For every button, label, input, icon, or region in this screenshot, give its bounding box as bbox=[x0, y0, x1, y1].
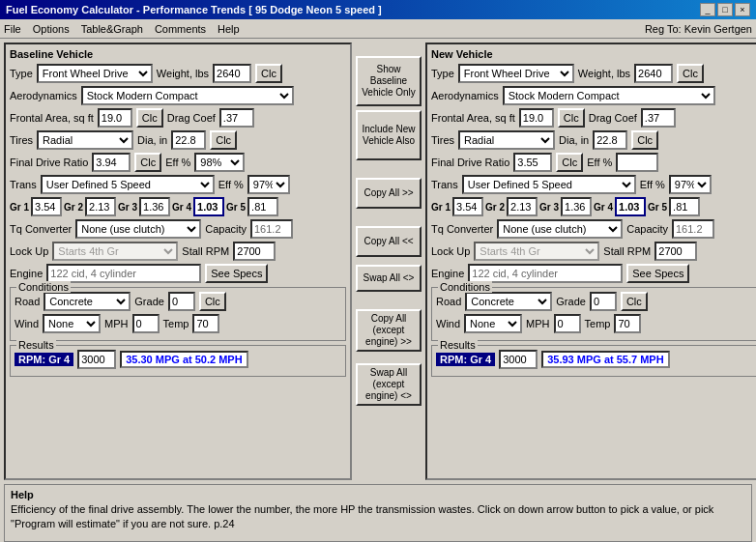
baseline-tq-select[interactable]: None (use clutch) bbox=[75, 219, 201, 239]
baseline-road-label: Road bbox=[15, 296, 40, 307]
new-tires-select[interactable]: Radial bbox=[458, 130, 555, 150]
baseline-aero-select[interactable]: Stock Modern Compact bbox=[81, 86, 294, 105]
swap-all-button[interactable]: Swap All <> bbox=[356, 265, 422, 292]
baseline-stall-input[interactable] bbox=[233, 242, 276, 261]
new-gr5-input[interactable] bbox=[669, 197, 700, 216]
new-drag-input[interactable] bbox=[641, 108, 676, 128]
baseline-temp-input[interactable] bbox=[192, 314, 219, 333]
new-wind-row: Wind None MPH Temp bbox=[436, 314, 756, 333]
baseline-grade-input[interactable] bbox=[168, 292, 195, 311]
baseline-results-rpm-input[interactable] bbox=[77, 350, 116, 369]
menu-tablegraph[interactable]: Table&Graph bbox=[81, 23, 143, 35]
close-button[interactable]: × bbox=[735, 3, 750, 16]
baseline-mph-input[interactable] bbox=[132, 314, 160, 333]
baseline-gr3-input[interactable] bbox=[139, 197, 170, 216]
include-new-button[interactable]: Include New Vehicle Also bbox=[356, 110, 422, 160]
baseline-see-specs-button[interactable]: See Specs bbox=[205, 264, 268, 283]
baseline-gears-row: Gr 1 Gr 2 Gr 3 Gr 4 Gr 5 bbox=[10, 197, 346, 216]
menu-comments[interactable]: Comments bbox=[155, 23, 206, 35]
new-aero-select[interactable]: Stock Modern Compact bbox=[503, 86, 715, 105]
baseline-road-select[interactable]: Concrete bbox=[44, 292, 131, 311]
baseline-results-row: RPM: Gr 4 35.30 MPG at 50.2 MPH bbox=[15, 350, 341, 369]
baseline-engine-row: Engine See Specs bbox=[10, 264, 346, 283]
new-weight-input[interactable] bbox=[634, 64, 673, 83]
baseline-trans-eff-select[interactable]: 97% bbox=[247, 175, 290, 194]
new-trans-select[interactable]: User Defined 5 Speed bbox=[462, 175, 636, 194]
new-wind-label: Wind bbox=[436, 318, 460, 329]
baseline-results-mpg: 35.30 MPG at 50.2 MPH bbox=[120, 351, 247, 368]
menu-file[interactable]: File bbox=[4, 23, 21, 35]
new-stall-input[interactable] bbox=[654, 242, 697, 261]
new-results-mpg: 35.93 MPG at 55.7 MPH bbox=[541, 351, 669, 368]
baseline-gr5-input[interactable] bbox=[247, 197, 278, 216]
new-conditions-label: Conditions bbox=[438, 281, 492, 293]
new-dia-input[interactable] bbox=[593, 130, 627, 150]
baseline-lockup-select[interactable]: Starts 4th Gr bbox=[52, 242, 178, 261]
new-dia-clc[interactable]: Clc bbox=[631, 130, 658, 150]
new-final-drive-label: Final Drive Ratio bbox=[431, 157, 509, 168]
baseline-type-select[interactable]: Front Wheel Drive bbox=[37, 64, 153, 83]
baseline-dia-label: Dia, in bbox=[137, 134, 167, 146]
new-type-select[interactable]: Front Wheel Drive bbox=[458, 64, 574, 83]
baseline-dia-input[interactable] bbox=[171, 130, 206, 150]
baseline-drag-input[interactable] bbox=[219, 108, 254, 128]
new-aero-row: Aerodynamics Stock Modern Compact bbox=[431, 86, 756, 105]
main-content: Baseline Vehicle Type Front Wheel Drive … bbox=[0, 39, 756, 484]
new-lockup-select[interactable]: Starts 4th Gr bbox=[474, 242, 599, 261]
menu-options[interactable]: Options bbox=[33, 23, 70, 35]
baseline-tq-row: Tq Converter None (use clutch) Capacity bbox=[10, 219, 346, 239]
baseline-weight-input[interactable] bbox=[213, 64, 251, 83]
new-see-specs-button[interactable]: See Specs bbox=[626, 264, 689, 283]
baseline-gr2-label: Gr 2 bbox=[64, 202, 83, 213]
new-road-select[interactable]: Concrete bbox=[465, 292, 552, 311]
new-tires-label: Tires bbox=[431, 134, 454, 146]
new-road-row: Road Concrete Grade Clc bbox=[436, 292, 756, 311]
baseline-weight-clc[interactable]: Clc bbox=[255, 64, 282, 83]
show-baseline-button[interactable]: Show Baseline Vehicle Only bbox=[356, 56, 422, 106]
new-mph-input[interactable] bbox=[554, 314, 581, 333]
baseline-frontal-clc[interactable]: Clc bbox=[136, 108, 163, 128]
baseline-final-drive-input[interactable] bbox=[92, 153, 131, 172]
baseline-gr4-input[interactable] bbox=[193, 197, 224, 216]
new-grade-input[interactable] bbox=[590, 292, 617, 311]
menu-help[interactable]: Help bbox=[218, 23, 240, 35]
new-vehicle-panel: New Vehicle Type Front Wheel Drive Weigh… bbox=[425, 43, 756, 480]
baseline-eff-select[interactable]: 98% bbox=[194, 153, 245, 172]
new-grade-clc[interactable]: Clc bbox=[621, 292, 648, 311]
new-trans-eff-select[interactable]: 97% bbox=[669, 175, 712, 194]
new-results-rpm-input[interactable] bbox=[499, 350, 538, 369]
new-gr4-input[interactable] bbox=[615, 197, 646, 216]
minimize-button[interactable]: _ bbox=[700, 3, 715, 16]
new-final-drive-clc[interactable]: Clc bbox=[556, 153, 583, 172]
copy-all-left-button[interactable]: Copy All << bbox=[356, 226, 422, 257]
baseline-final-drive-clc[interactable]: Clc bbox=[134, 153, 161, 172]
baseline-dia-clc[interactable]: Clc bbox=[210, 130, 237, 150]
new-weight-clc[interactable]: Clc bbox=[677, 64, 704, 83]
new-tq-select[interactable]: None (use clutch) bbox=[497, 219, 623, 239]
baseline-frontal-input[interactable] bbox=[98, 108, 132, 128]
new-capacity-label: Capacity bbox=[626, 223, 668, 235]
new-wind-select[interactable]: None bbox=[464, 314, 522, 333]
new-frontal-input[interactable] bbox=[519, 108, 554, 128]
swap-except-button[interactable]: Swap All (except engine) <> bbox=[356, 363, 422, 406]
new-frontal-clc[interactable]: Clc bbox=[558, 108, 585, 128]
new-results-section: Results RPM: Gr 4 35.93 MPG at 55.7 MPH bbox=[431, 345, 756, 377]
baseline-gr1-input[interactable] bbox=[31, 197, 62, 216]
baseline-trans-select[interactable]: User Defined 5 Speed bbox=[41, 175, 215, 194]
new-type-row: Type Front Wheel Drive Weight, lbs Clc bbox=[431, 64, 756, 83]
maximize-button[interactable]: □ bbox=[717, 3, 733, 16]
baseline-wind-select[interactable]: None bbox=[43, 314, 101, 333]
new-temp-input[interactable] bbox=[614, 314, 641, 333]
new-eff-input[interactable] bbox=[616, 153, 658, 172]
new-gr1-input[interactable] bbox=[452, 197, 483, 216]
copy-except-right-button[interactable]: Copy All (except engine) >> bbox=[356, 309, 422, 352]
copy-all-right-button[interactable]: Copy All >> bbox=[356, 178, 422, 209]
new-final-drive-input[interactable] bbox=[513, 153, 552, 172]
baseline-panel: Baseline Vehicle Type Front Wheel Drive … bbox=[4, 43, 352, 480]
new-gr2-input[interactable] bbox=[507, 197, 538, 216]
baseline-tires-select[interactable]: Radial bbox=[37, 130, 133, 150]
new-gr3-input[interactable] bbox=[561, 197, 592, 216]
baseline-grade-clc[interactable]: Clc bbox=[199, 292, 226, 311]
baseline-gr2-input[interactable] bbox=[85, 197, 116, 216]
help-text: Efficiency of the final drive assembly. … bbox=[11, 502, 745, 532]
